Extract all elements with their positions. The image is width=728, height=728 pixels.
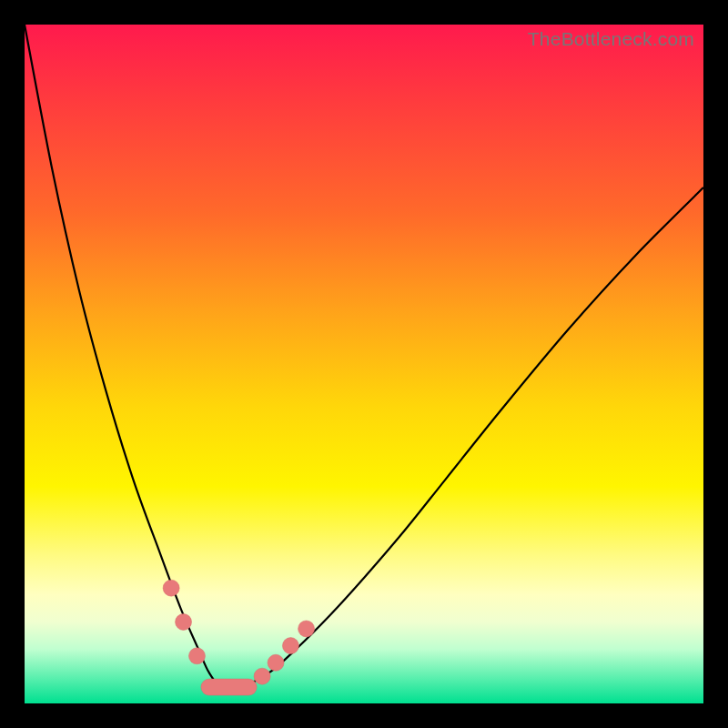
curve-marker-dot <box>176 613 192 630</box>
curve-markers <box>163 580 314 695</box>
curve-marker-dot <box>254 668 270 684</box>
curve-marker-pill <box>201 679 257 695</box>
chart-svg <box>25 25 703 703</box>
curve-marker-dot <box>282 638 298 654</box>
curve-marker-dot <box>188 648 205 664</box>
curve-marker-dot <box>163 580 179 596</box>
curve-marker-dot <box>298 621 315 637</box>
watermark-text: TheBottleneck.com <box>528 28 694 50</box>
curve-marker-dot <box>268 654 284 671</box>
chart-plot-area: TheBottleneck.com <box>25 25 703 703</box>
bottleneck-curve <box>25 25 703 688</box>
